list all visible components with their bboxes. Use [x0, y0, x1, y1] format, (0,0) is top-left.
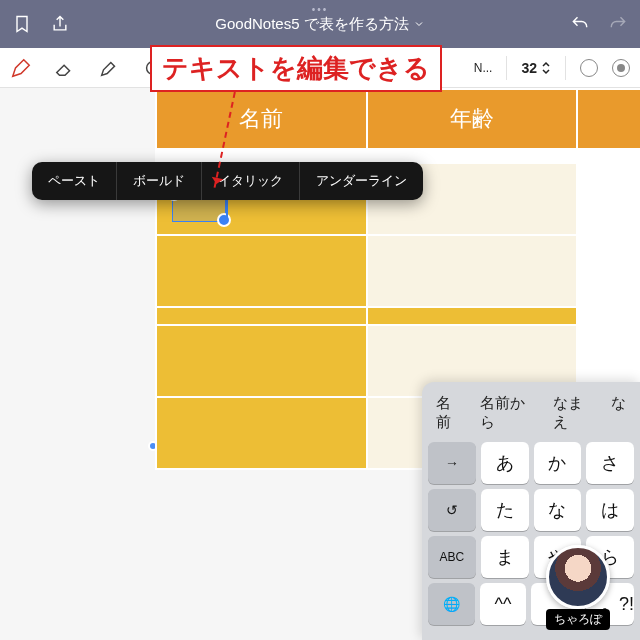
key[interactable]: た [481, 489, 529, 531]
key-fn[interactable]: ABC [428, 536, 476, 578]
style-label[interactable]: N... [474, 61, 493, 75]
undo-icon[interactable] [570, 14, 590, 34]
context-menu-bold[interactable]: ボールド [117, 162, 202, 200]
table-row [156, 235, 640, 307]
context-menu-paste[interactable]: ペースト [32, 162, 117, 200]
header-cell[interactable]: 性別 [577, 89, 640, 149]
key[interactable]: は [586, 489, 634, 531]
avatar-image [546, 545, 610, 609]
key[interactable]: か [534, 442, 582, 484]
suggestion-bar: 名前 名前から なまえ な [428, 390, 634, 442]
color-fill-icon[interactable] [612, 59, 630, 77]
key-fn[interactable]: → [428, 442, 476, 484]
chevron-down-icon [413, 18, 425, 30]
key-fn[interactable]: 🌐 [428, 583, 475, 625]
divider [565, 56, 566, 80]
context-menu: ペースト ボールド イタリック アンダーライン [32, 162, 423, 200]
author-avatar: ちゃろぽ [546, 545, 610, 630]
key[interactable]: ま [481, 536, 529, 578]
avatar-name: ちゃろぽ [546, 609, 610, 630]
suggestion[interactable]: 名前から [480, 394, 539, 432]
key[interactable]: あ [481, 442, 529, 484]
header-cell[interactable]: 年齢 [367, 89, 578, 149]
context-menu-underline[interactable]: アンダーライン [300, 162, 423, 200]
key[interactable]: ^^ [480, 583, 527, 625]
suggestion[interactable]: な [611, 394, 626, 432]
annotation-callout: テキストを編集できる [150, 45, 442, 92]
highlighter-tool-icon[interactable] [98, 57, 120, 79]
pen-tool-icon[interactable] [10, 57, 32, 79]
bookmark-icon[interactable] [12, 14, 32, 34]
divider [506, 56, 507, 80]
share-icon[interactable] [50, 14, 70, 34]
document-title[interactable]: GoodNotes5 で表を作る方法 [215, 15, 424, 34]
font-size-control[interactable]: 32 [521, 60, 551, 76]
redo-icon[interactable] [608, 14, 628, 34]
color-outline-icon[interactable] [580, 59, 598, 77]
key-fn[interactable]: ↺ [428, 489, 476, 531]
eraser-tool-icon[interactable] [54, 57, 76, 79]
drag-indicator: ••• [312, 4, 329, 15]
suggestion[interactable]: 名前 [436, 394, 466, 432]
suggestion[interactable]: なまえ [553, 394, 597, 432]
key[interactable]: さ [586, 442, 634, 484]
key[interactable]: な [534, 489, 582, 531]
header-cell[interactable]: 名前 [156, 89, 367, 149]
table-row [156, 307, 640, 325]
